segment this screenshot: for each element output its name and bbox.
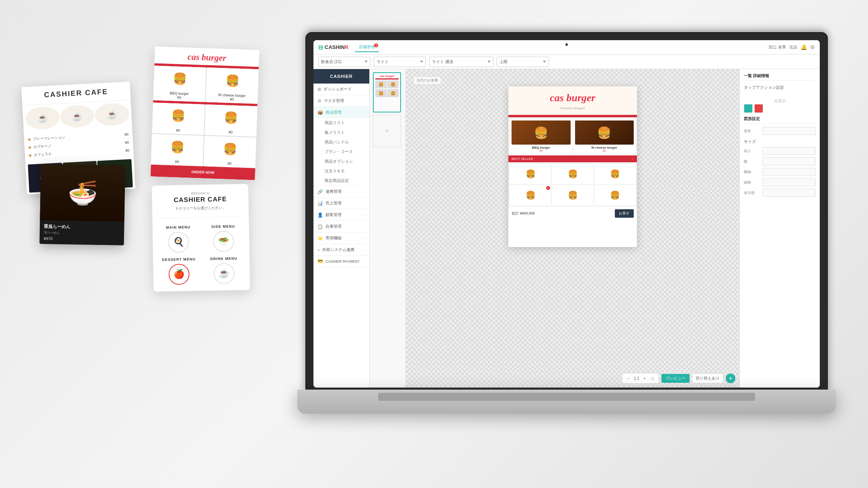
customer-arrow-icon: › [364, 213, 365, 217]
rp-y-input[interactable] [762, 178, 816, 186]
sidebar-item-integration[interactable]: 🔗 連携管理 › [313, 186, 369, 197]
zoom-100-button[interactable]: 1:1 [633, 375, 640, 382]
tab-store-label: 店舗管理 [359, 45, 375, 49]
sidebar-section-integration: 🔗 連携管理 › [313, 186, 369, 198]
rp-shape-input[interactable] [762, 127, 816, 135]
doc-bottom-1[interactable]: 🍔 [510, 164, 551, 184]
bell-icon[interactable]: 🔔 [800, 44, 807, 50]
fit-button[interactable]: □ [649, 375, 656, 382]
doc-food-name-1: BBQ burger [532, 146, 550, 149]
doc-bottom-5[interactable]: 🍔 [552, 185, 593, 205]
sidebar-item-sales[interactable]: 📊 売上管理 › [313, 198, 369, 209]
canvas-toolbar: − 1:1 + □ プレビュー 切り替えあり + [622, 373, 735, 384]
cb-food-label-4: ¥0 [205, 129, 256, 137]
special-icon: ⭐ [317, 236, 323, 241]
sidebar-integration-label: 連携管理 [326, 189, 342, 194]
logo-r: R [345, 44, 348, 50]
rp-color-red[interactable] [754, 104, 763, 113]
app-main: CASHIER ⊞ ダッシュボード ⚙ マスタ管理 › [313, 69, 820, 388]
doc-red-section: BEST SELLER → [508, 155, 637, 162]
sidebar-dashboard-label: ダッシュボード [323, 86, 352, 92]
sidebar-section-sales: 📊 売上管理 › [313, 198, 369, 209]
cb-food-img-4: 🍔 [205, 104, 258, 130]
doc-bottom-3[interactable]: 🍔 [594, 164, 635, 184]
theme-filter[interactable]: ライト [374, 57, 426, 67]
rp-display-select[interactable] [762, 189, 816, 197]
welcome-menu-side-label: SIDE MENU [203, 224, 243, 229]
sidebar-item-special[interactable]: ⭐ 専用機能 › [313, 233, 369, 244]
tab-bar: 店舗管理 1 [355, 43, 379, 52]
sidebar-item-master[interactable]: ⚙ マスタ管理 › [313, 95, 369, 106]
content-area: cas burger 🍔 🍔 🍔 🍔 [370, 69, 820, 388]
rp-color-row [744, 104, 816, 113]
pt-red-bar [375, 78, 399, 80]
dashboard-icon: ⊞ [317, 87, 321, 92]
preview-add-button[interactable]: + [373, 115, 401, 147]
laptop-screen-outer: ⊟ CASHINR 店舗管理 1 田口 美季 言語 🔔 ⚙ [305, 32, 828, 392]
welcome-menu-dessert[interactable]: DESSERT MENU 🍎 [159, 257, 199, 285]
sidebar-section-inventory: 📋 在庫管理 › [313, 221, 369, 233]
doc-bottom-6[interactable]: 🍔 [594, 185, 635, 205]
ramen-price: ¥970 [43, 236, 120, 242]
pt-burger-title: cas burger [380, 75, 394, 78]
doc-bottom-2[interactable]: 🍔 [552, 164, 593, 184]
ccl-title: CASHIER CAFE [27, 87, 126, 100]
sidebar-item-inventory[interactable]: 📋 在庫管理 › [313, 221, 369, 232]
sidebar-item-menu-list[interactable]: 板メリスト [323, 128, 369, 137]
option-label: 商品オプション [325, 159, 353, 164]
add-button[interactable]: + [726, 374, 735, 383]
doc-bottom-4[interactable]: 🍔 [510, 185, 551, 205]
order-label: 注文スキモ [325, 168, 345, 174]
sidebar-item-product-list[interactable]: 商品リスト [323, 118, 369, 128]
style-filter[interactable]: ライト 濃淡 [429, 57, 493, 67]
doc-order-button[interactable]: お客す [615, 209, 634, 218]
topbar-right: 田口 美季 言語 🔔 ⚙ [769, 44, 815, 50]
tab-store-management[interactable]: 店舗管理 1 [355, 43, 379, 52]
inventory-arrow-icon: › [364, 225, 365, 229]
doc-menu-item-2[interactable]: 🍔 W cheese burger ¥0 [573, 119, 636, 154]
pt-food-2: 🍔 [387, 80, 399, 88]
preview-thumb-1[interactable]: cas burger 🍔 🍔 🍔 🍔 [373, 72, 401, 112]
sidebar-item-order[interactable]: 注文スキモ [323, 166, 369, 176]
sidebar-item-limited[interactable]: 限定商品設定 [323, 176, 369, 186]
rp-shape-title: 図形設定 [744, 116, 816, 124]
zoom-in-button[interactable]: + [641, 375, 648, 382]
switch-button[interactable]: 切り替えあり [692, 374, 723, 383]
sidebar-item-dashboard[interactable]: ⊞ ダッシュボード [313, 84, 369, 95]
rp-section-title: 一覧 詳細情報 [744, 73, 816, 81]
cb-menu-item-5: 🍔 ¥0 [151, 134, 204, 166]
rp-x-row: 横軸 [744, 168, 816, 176]
rp-width-input[interactable] [762, 157, 816, 165]
pt-food-1: 🍔 [375, 80, 387, 88]
zoom-group: − 1:1 + □ [622, 373, 659, 384]
rp-color-teal[interactable] [744, 104, 753, 113]
rp-x-input[interactable] [762, 168, 816, 176]
cb-menu-item-4: 🍔 ¥0 [205, 104, 258, 137]
sidebar-item-payment[interactable]: 💳 CASHIER PAYMENT [313, 256, 369, 267]
sidebar-item-product[interactable]: 📦 商品管理 › [313, 107, 369, 118]
welcome-menu-side[interactable]: SIDE MENU 🥗 [203, 224, 244, 252]
ccl-coffee-2: ☕ [59, 104, 94, 128]
sidebar-section-dashboard: ⊞ ダッシュボード [313, 84, 369, 95]
external-icon: + [317, 247, 320, 252]
preview-thumb-inner-1: cas burger 🍔 🍔 🍔 🍔 [374, 73, 400, 112]
preview-button[interactable]: プレビュー [661, 374, 690, 383]
sidebar-item-customer[interactable]: 👤 顧客管理 › [313, 209, 369, 221]
sidebar-item-bundle[interactable]: 商品バンドル [323, 137, 369, 147]
sidebar-item-plan[interactable]: プラン・コース › [323, 147, 369, 157]
doc-menu-item-1[interactable]: 🍔 BBQ burger ¥0 [510, 119, 572, 154]
settings-icon[interactable]: ⚙ [810, 44, 815, 50]
store-filter[interactable]: 飲食店 (11) [318, 57, 371, 67]
zoom-out-button[interactable]: − [625, 375, 632, 382]
welcome-menu-main[interactable]: MAIN MENU 🍳 [158, 225, 199, 253]
sidebar-item-option[interactable]: 商品オプション [323, 157, 369, 166]
welcome-menu-drink[interactable]: DRINK MENU ☕ [204, 256, 244, 284]
main-canvas[interactable]: 当代のお食事 cas burger Premium Burgers [406, 69, 739, 388]
rp-shape-label: 形状 [744, 129, 760, 134]
bundle-label: 商品バンドル [325, 139, 349, 145]
limit-filter[interactable]: 上限 [497, 57, 549, 67]
integration-icon: 🔗 [317, 189, 323, 194]
cb-food-label-3: ¥0 [152, 127, 204, 135]
rp-height-input[interactable] [762, 147, 816, 155]
sidebar-item-external[interactable]: + 外部システム連携 › [313, 244, 369, 255]
